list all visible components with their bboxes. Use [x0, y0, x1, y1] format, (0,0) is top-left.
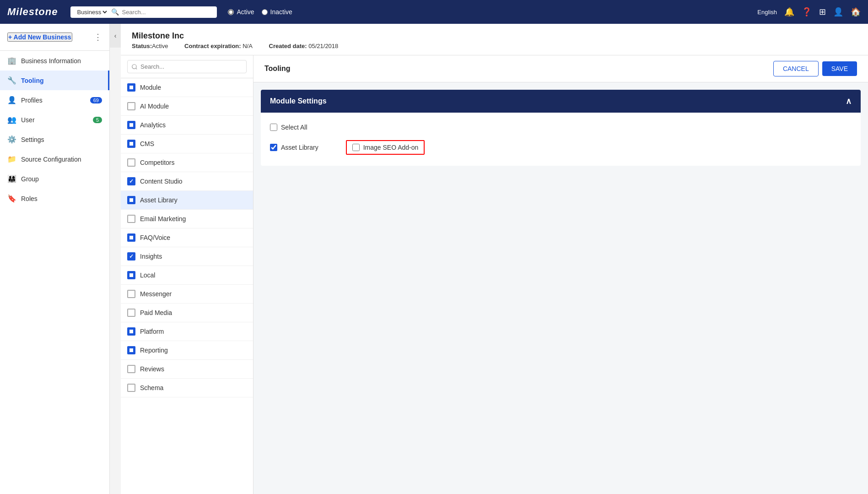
module-list: Module AI Module Analytics [121, 78, 253, 494]
grid-icon[interactable]: ⊞ [819, 7, 826, 17]
module-item-cms[interactable]: CMS [121, 135, 253, 153]
save-button[interactable]: SAVE [822, 61, 857, 76]
module-checkbox-content-studio[interactable]: ✓ [127, 177, 135, 185]
asset-library-checkbox[interactable]: Asset Library [270, 144, 318, 151]
module-checkbox-messenger[interactable] [127, 290, 135, 298]
module-item-analytics[interactable]: Analytics [121, 116, 253, 135]
module-item-competitors[interactable]: Competitors [121, 153, 253, 172]
sidebar-item-user[interactable]: 👥 User 5 [0, 110, 109, 130]
module-checkbox-asset-library[interactable] [127, 196, 135, 204]
sidebar-header: + Add New Business ⋮ [0, 24, 109, 51]
business-header: Milestone Inc Status:Active Contract exp… [121, 24, 868, 55]
module-list-panel: Module AI Module Analytics [121, 55, 253, 494]
module-search-input[interactable] [127, 60, 247, 73]
module-checkbox-faq-voice[interactable] [127, 233, 135, 242]
section-body: Select All Asset Library Ima [261, 113, 861, 166]
profiles-badge: 69 [90, 97, 102, 103]
sidebar-nav: 🏢 Business Information 🔧 Tooling 👤 Profi… [0, 51, 109, 494]
cancel-button[interactable]: CANCEL [773, 61, 819, 76]
checkboxes-row: Asset Library Image SEO Add-on [270, 140, 852, 155]
split-panel: Module AI Module Analytics [121, 55, 868, 494]
sidebar-collapse-button[interactable]: ‹ [110, 24, 121, 48]
sidebar-item-source-config[interactable]: 📁 Source Configuration [0, 149, 109, 169]
business-name: Milestone Inc [132, 31, 857, 41]
profiles-icon: 👤 [7, 96, 16, 104]
home-icon[interactable]: 🏠 [851, 7, 861, 17]
module-item-asset-library[interactable]: Asset Library [121, 191, 253, 210]
module-item-content-studio[interactable]: ✓ Content Studio [121, 172, 253, 191]
module-item-reporting[interactable]: Reporting [121, 341, 253, 360]
sidebar-item-roles[interactable]: 🔖 Roles [0, 189, 109, 208]
module-checkbox-reviews[interactable] [127, 365, 135, 373]
module-checkbox-competitors[interactable] [127, 158, 135, 167]
add-new-business-button[interactable]: + Add New Business [7, 33, 72, 42]
status-label: Status:Active [132, 43, 177, 49]
module-checkbox-email-marketing[interactable] [127, 215, 135, 223]
content-area: Milestone Inc Status:Active Contract exp… [121, 24, 868, 494]
module-item-platform[interactable]: Platform [121, 322, 253, 341]
contract-label: Contract expiration: N/A [184, 43, 261, 49]
top-navigation: Milestone Business 🔍 Active Inactive Eng… [0, 0, 868, 24]
module-checkbox-insights[interactable]: ✓ [127, 252, 135, 261]
source-config-icon: 📁 [7, 155, 16, 163]
business-meta: Status:Active Contract expiration: N/A C… [132, 43, 857, 49]
search-dropdown[interactable]: Business [75, 8, 108, 16]
nav-icons: English 🔔 ❓ ⊞ 👤 🏠 [757, 7, 861, 17]
question-icon[interactable]: ❓ [802, 7, 812, 17]
main-layout: + Add New Business ⋮ 🏢 Business Informat… [0, 24, 868, 494]
settings-icon: ⚙️ [7, 135, 16, 144]
module-item-ai-module[interactable]: AI Module [121, 97, 253, 116]
sidebar-item-group[interactable]: 👨‍👩‍👧 Group [0, 169, 109, 189]
module-checkbox-module[interactable] [127, 83, 135, 92]
module-item-email-marketing[interactable]: Email Marketing [121, 210, 253, 228]
user-nav-icon: 👥 [7, 115, 16, 124]
module-item-faq-voice[interactable]: FAQ/Voice [121, 228, 253, 247]
module-item-messenger[interactable]: Messenger [121, 285, 253, 304]
module-checkbox-ai-module[interactable] [127, 102, 135, 110]
active-radio[interactable]: Active [228, 8, 254, 16]
select-all-input[interactable] [270, 124, 277, 131]
module-checkbox-reporting[interactable] [127, 346, 135, 354]
detail-body: Module Settings ∧ Select All [253, 82, 868, 494]
roles-icon: 🔖 [7, 194, 16, 203]
bell-icon[interactable]: 🔔 [784, 7, 794, 17]
sidebar-item-settings[interactable]: ⚙️ Settings [0, 130, 109, 149]
business-info-icon: 🏢 [7, 56, 16, 65]
created-date-label: Created date: 05/21/2018 [269, 43, 346, 49]
module-settings-section: Module Settings ∧ Select All [261, 90, 861, 166]
search-bar[interactable]: Business 🔍 [70, 6, 217, 18]
module-item-paid-media[interactable]: Paid Media [121, 304, 253, 322]
chevron-up-icon[interactable]: ∧ [846, 96, 852, 106]
module-item-reviews[interactable]: Reviews [121, 360, 253, 379]
language-selector[interactable]: English [757, 9, 777, 16]
inactive-radio[interactable]: Inactive [262, 8, 292, 16]
user-icon[interactable]: 👤 [833, 7, 843, 17]
module-checkbox-cms[interactable] [127, 140, 135, 148]
module-item-insights[interactable]: ✓ Insights [121, 247, 253, 266]
detail-panel: Tooling CANCEL SAVE Module Settings ∧ [253, 55, 868, 494]
sidebar: + Add New Business ⋮ 🏢 Business Informat… [0, 24, 110, 494]
module-checkbox-paid-media[interactable] [127, 309, 135, 317]
module-search [121, 55, 253, 78]
search-input[interactable] [122, 9, 212, 16]
module-item-schema[interactable]: Schema [121, 379, 253, 397]
search-icon: 🔍 [111, 8, 119, 16]
select-all-checkbox[interactable]: Select All [270, 124, 852, 131]
module-item-module[interactable]: Module [121, 78, 253, 97]
asset-library-input[interactable] [270, 144, 277, 151]
sidebar-item-business-info[interactable]: 🏢 Business Information [0, 51, 109, 71]
sidebar-item-profiles[interactable]: 👤 Profiles 69 [0, 90, 109, 110]
module-item-local[interactable]: Local [121, 266, 253, 285]
image-seo-addon-input[interactable] [352, 144, 360, 151]
logo: Milestone [7, 6, 58, 18]
sidebar-more-icon[interactable]: ⋮ [94, 32, 102, 42]
module-checkbox-schema[interactable] [127, 384, 135, 392]
sidebar-item-tooling[interactable]: 🔧 Tooling [0, 71, 109, 90]
status-radio-group: Active Inactive [228, 8, 292, 16]
tooling-icon: 🔧 [7, 76, 16, 85]
module-checkbox-local[interactable] [127, 271, 135, 279]
module-checkbox-analytics[interactable] [127, 121, 135, 129]
user-badge: 5 [93, 117, 102, 123]
image-seo-addon-checkbox[interactable]: Image SEO Add-on [346, 140, 425, 155]
module-checkbox-platform[interactable] [127, 327, 135, 336]
